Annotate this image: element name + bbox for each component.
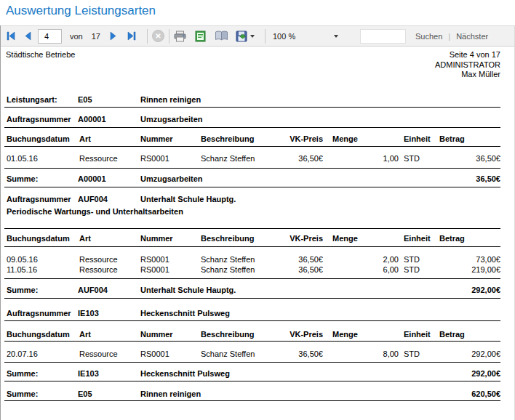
rule bbox=[4, 246, 500, 247]
summe-label: Summe: bbox=[5, 369, 78, 379]
page-info: Seite 4 von 17 bbox=[435, 50, 500, 60]
report-toolbar: von 17 ✕ 100 % bbox=[1, 25, 514, 47]
col-einheit: Einheit bbox=[399, 134, 435, 144]
previous-page-button[interactable] bbox=[24, 28, 31, 44]
search-input[interactable] bbox=[360, 29, 406, 44]
export-save-icon bbox=[236, 31, 248, 42]
first-page-button[interactable] bbox=[6, 28, 16, 44]
page-total-label: 17 bbox=[92, 32, 100, 41]
total-label: Summe: bbox=[5, 389, 78, 399]
toolbar-separator bbox=[147, 29, 148, 44]
table-row: 20.07.16 Ressource RS0001 Schanz Steffen… bbox=[5, 350, 500, 359]
rule bbox=[4, 228, 500, 229]
print-icon bbox=[174, 31, 186, 42]
auftrag-code: IE103 bbox=[78, 309, 140, 318]
col-vk-preis: VK-Preis bbox=[276, 134, 323, 144]
auftrag-row: Auftragsnummer IE103 Heckenschnitt Pulsw… bbox=[5, 309, 500, 318]
rule bbox=[4, 187, 500, 187]
print-button[interactable] bbox=[174, 28, 186, 44]
summe-row: Summe: A00001 Umzugsarbeiten 36,50€ bbox=[5, 174, 500, 184]
page-of-label: von bbox=[70, 32, 83, 41]
summe-code: IE103 bbox=[78, 369, 140, 379]
leistungsart-code: E05 bbox=[78, 95, 140, 105]
auftrag-desc: Unterhalt Schule Hauptg. bbox=[140, 195, 413, 204]
table-header: Buchungsdatum Art Nummer Beschreibung VK… bbox=[5, 234, 500, 243]
zoom-select[interactable]: 100 % bbox=[270, 28, 343, 44]
rule bbox=[4, 381, 500, 381]
total-code: E05 bbox=[78, 389, 140, 399]
toolbar-separator bbox=[265, 29, 266, 44]
company-name: Städtische Betriebe bbox=[6, 50, 75, 59]
user-role: ADMINISTRATOR bbox=[435, 60, 500, 70]
summe-desc: Unterhalt Schule Hauptg. bbox=[140, 286, 413, 295]
auftrag-code: AUF004 bbox=[78, 195, 140, 204]
cancel-icon: ✕ bbox=[152, 30, 164, 42]
summe-betrag: 292,00€ bbox=[413, 286, 500, 295]
table-header: Buchungsdatum Art Nummer Beschreibung VK… bbox=[5, 134, 500, 144]
auftrag-code: A00001 bbox=[78, 115, 140, 124]
toolbar-separator bbox=[169, 29, 169, 44]
total-row: Summe: E05 Rinnen reinigen 620,50€ bbox=[5, 389, 500, 399]
rule bbox=[4, 362, 500, 363]
dropdown-caret-icon bbox=[250, 35, 255, 38]
summe-betrag: 36,50€ bbox=[413, 174, 500, 184]
summe-betrag: 292,00€ bbox=[413, 369, 500, 379]
user-name: Max Müller bbox=[435, 70, 500, 80]
rule bbox=[4, 400, 500, 401]
rule bbox=[4, 320, 500, 321]
col-art: Art bbox=[78, 134, 139, 144]
table-row: 11.05.16 Ressource RS0001 Schanz Steffen… bbox=[5, 265, 500, 275]
page-setup-button[interactable] bbox=[215, 28, 228, 44]
summe-desc: Umzugsarbeiten bbox=[140, 174, 413, 184]
summe-row: Summe: IE103 Heckenschnitt Pulsweg 292,0… bbox=[5, 369, 500, 379]
total-betrag: 620,50€ bbox=[413, 389, 500, 399]
rule bbox=[4, 298, 500, 299]
last-page-icon bbox=[127, 31, 137, 41]
col-buchungsdatum: Buchungsdatum bbox=[5, 134, 78, 144]
print-layout-button[interactable] bbox=[195, 28, 206, 44]
auftrag-desc: Heckenschnitt Pulsweg bbox=[140, 309, 413, 318]
auftrag-row: Auftragsnummer A00001 Umzugsarbeiten bbox=[5, 115, 500, 124]
summe-code: A00001 bbox=[78, 174, 140, 184]
table-row: 09.05.16 Ressource RS0001 Schanz Steffen… bbox=[5, 255, 500, 264]
current-page-input[interactable] bbox=[38, 29, 62, 44]
summe-desc: Heckenschnitt Pulsweg bbox=[140, 369, 413, 379]
leistungsart-desc: Rinnen reinigen bbox=[140, 95, 413, 105]
auftrag-desc: Umzugsarbeiten bbox=[140, 115, 413, 124]
toolbar-separator: | bbox=[448, 32, 450, 41]
find-next-button[interactable]: Nächster bbox=[453, 28, 491, 44]
summe-row: Summe: AUF004 Unterhalt Schule Hauptg. 2… bbox=[5, 286, 500, 295]
print-layout-icon bbox=[195, 31, 206, 42]
page-title: Auswertung Leistungsarten bbox=[6, 4, 156, 18]
export-button[interactable] bbox=[236, 28, 248, 44]
dropdown-caret-icon bbox=[334, 35, 338, 38]
report-viewer-pane: von 17 ✕ 100 % bbox=[0, 25, 515, 420]
first-page-icon bbox=[6, 31, 16, 41]
zoom-value: 100 % bbox=[273, 32, 295, 41]
auftrag-label: Auftragsnummer bbox=[5, 195, 78, 204]
rule bbox=[4, 278, 500, 279]
cancel-rendering-button: ✕ bbox=[152, 28, 164, 44]
rule bbox=[4, 168, 500, 169]
next-page-button[interactable] bbox=[110, 28, 117, 44]
search-button[interactable]: Suchen bbox=[412, 28, 445, 44]
summe-label: Summe: bbox=[5, 286, 78, 295]
auftrag-desc2: Periodische Wartungs- und Unterhaltsarbe… bbox=[7, 207, 183, 217]
rule bbox=[4, 146, 500, 147]
table-row: 01.05.16 Ressource RS0001 Schanz Steffen… bbox=[5, 154, 500, 163]
rule bbox=[4, 341, 500, 342]
col-menge: Menge bbox=[323, 134, 399, 144]
previous-page-icon bbox=[24, 31, 31, 41]
export-dropdown-button[interactable] bbox=[250, 28, 255, 44]
table-header: Buchungsdatum Art Nummer Beschreibung VK… bbox=[5, 330, 500, 339]
col-beschreibung: Beschreibung bbox=[199, 134, 276, 144]
total-desc: Rinnen reinigen bbox=[140, 389, 413, 399]
leistungsart-label: Leistungsart: bbox=[5, 95, 78, 105]
next-page-icon bbox=[110, 31, 117, 41]
auftrag-label: Auftragsnummer bbox=[5, 309, 78, 318]
rule bbox=[4, 127, 500, 128]
summe-label: Summe: bbox=[5, 174, 78, 184]
rule bbox=[4, 107, 500, 108]
report-page-header: Seite 4 von 17 ADMINISTRATOR Max Müller bbox=[435, 50, 500, 80]
last-page-button[interactable] bbox=[127, 28, 137, 44]
